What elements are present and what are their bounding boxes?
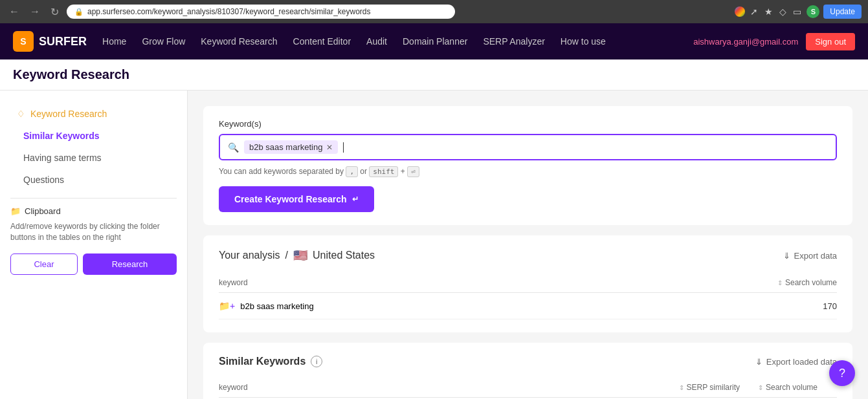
cursor <box>343 142 344 153</box>
nav-content-editor[interactable]: Content Editor <box>293 36 351 47</box>
extensions-button[interactable]: ◇ <box>778 5 788 18</box>
export-loaded-button[interactable]: ⇓ Export loaded data <box>755 357 837 367</box>
url-text: app.surferseo.com/keyword_analysis/81030… <box>87 7 371 16</box>
address-bar[interactable]: 🔒 app.surferseo.com/keyword_analysis/810… <box>67 5 455 19</box>
nav-keyword-research[interactable]: Keyword Research <box>201 36 277 47</box>
serp-col-header: ⇕ SERP similarity <box>636 383 740 392</box>
user-avatar: S <box>807 5 819 18</box>
actions-col-header <box>818 383 837 392</box>
similar-keywords-header: Similar Keywords i ⇓ Export loaded data <box>219 356 837 367</box>
sidebar-questions-label: Questions <box>23 175 64 185</box>
main-content: Keyword(s) 🔍 b2b saas marketing ✕ You ca… <box>188 91 868 399</box>
sidebar-having-same-terms-label: Having same terms <box>23 153 102 163</box>
sidebar-item-having-same-terms[interactable]: Having same terms <box>10 147 177 168</box>
nav-serp-analyzer[interactable]: SERP Analyzer <box>483 36 544 47</box>
clipboard-section: 📁 Clipboard Add/remove keywords by click… <box>10 206 177 275</box>
comma-key: , <box>346 166 358 177</box>
google-icon <box>735 6 745 17</box>
clipboard-desc: Add/remove keywords by clicking the fold… <box>10 221 177 243</box>
vol-sort-icon[interactable]: ⇕ <box>758 384 763 391</box>
layout: ♢ Keyword Research Similar Keywords Havi… <box>0 91 868 399</box>
share-button[interactable]: ➚ <box>749 5 759 18</box>
keyword-col-header: keyword <box>219 383 636 392</box>
hint-text: You can add keywords separated by , or s… <box>219 167 837 176</box>
app-header: S SURFER Home Grow Flow Keyword Research… <box>0 23 868 59</box>
analysis-title-prefix: Your analysis <box>219 250 280 261</box>
add-folder-icon[interactable]: 📁+ <box>219 301 235 311</box>
enter-icon: ↵ <box>352 195 359 204</box>
volume-cell: 170 <box>759 301 837 311</box>
sidebar-item-similar-keywords[interactable]: Similar Keywords <box>10 125 177 146</box>
separator: / <box>285 250 288 261</box>
nav-audit[interactable]: Audit <box>366 36 387 47</box>
refresh-button[interactable]: ↻ <box>48 3 61 21</box>
analysis-title: Your analysis / 🇺🇸 United States <box>219 248 375 263</box>
logo-icon: S <box>13 31 34 52</box>
export-label: Export data <box>794 251 838 261</box>
keyword-input-wrapper[interactable]: 🔍 b2b saas marketing ✕ <box>219 134 837 160</box>
similar-keywords-title: Similar Keywords <box>219 356 306 367</box>
analysis-card: Your analysis / 🇺🇸 United States ⇓ Expor… <box>203 235 852 332</box>
search-icon: 🔍 <box>228 142 239 153</box>
logo: S SURFER <box>13 31 87 52</box>
clipboard-title: 📁 Clipboard <box>10 206 177 216</box>
help-button[interactable]: ? <box>829 360 855 386</box>
export-data-button[interactable]: ⇓ Export data <box>783 251 838 261</box>
browser-actions: ➚ ★ ◇ ▭ S Update <box>735 5 862 19</box>
serp-sort-icon[interactable]: ⇕ <box>679 384 684 391</box>
analysis-section-header: Your analysis / 🇺🇸 United States ⇓ Expor… <box>219 248 837 263</box>
nav-grow-flow[interactable]: Grow Flow <box>142 36 185 47</box>
keyword-value: b2b saas marketing <box>240 301 313 311</box>
create-keyword-research-button[interactable]: Create Keyword Research ↵ <box>219 186 374 212</box>
page-title: Keyword Research <box>13 67 129 82</box>
us-flag-icon: 🇺🇸 <box>293 248 307 263</box>
country-name: United States <box>313 250 375 261</box>
enter-key: ⏎ <box>407 166 419 177</box>
forward-button[interactable]: → <box>27 3 43 20</box>
research-button[interactable]: Research <box>83 253 177 275</box>
nav-how-to-use[interactable]: How to use <box>561 36 606 47</box>
sidebar-divider <box>10 198 177 199</box>
page-title-bar: Keyword Research <box>0 59 868 91</box>
keyword-cell: 📁+ b2b saas marketing <box>219 301 759 311</box>
update-button[interactable]: Update <box>823 5 862 19</box>
keyword-tag: b2b saas marketing ✕ <box>244 140 338 154</box>
search-label: Keyword(s) <box>219 119 837 129</box>
folder-icon: 📁 <box>10 206 21 216</box>
sidebar: ♢ Keyword Research Similar Keywords Havi… <box>0 91 188 399</box>
clear-button[interactable]: Clear <box>10 253 78 275</box>
sign-out-button[interactable]: Sign out <box>806 33 855 50</box>
table-row: 📁+ b2b saas marketing 170 <box>219 293 837 319</box>
create-btn-label: Create Keyword Research <box>234 194 347 204</box>
nav-domain-planner[interactable]: Domain Planner <box>403 36 467 47</box>
browser-chrome: ← → ↻ 🔒 app.surferseo.com/keyword_analys… <box>0 0 868 23</box>
analysis-table-header: keyword ⇕ Search volume <box>219 273 837 293</box>
similar-keywords-card: Similar Keywords i ⇓ Export loaded data … <box>203 343 852 399</box>
help-icon: ? <box>839 367 845 380</box>
sort-icon[interactable]: ⇕ <box>777 279 783 286</box>
sim-volume-col-header: ⇕ Search volume <box>740 383 818 392</box>
shift-key: shift <box>369 166 398 177</box>
export-loaded-label: Export loaded data <box>766 357 837 367</box>
sidebar-item-keyword-research[interactable]: ♢ Keyword Research <box>10 103 177 124</box>
sidebar-buttons: Clear Research <box>10 253 177 275</box>
info-icon[interactable]: i <box>311 356 322 367</box>
bookmark-button[interactable]: ★ <box>763 5 774 18</box>
sidebar-item-questions[interactable]: Questions <box>10 169 177 190</box>
sidebar-keyword-research-label: Keyword Research <box>30 109 107 119</box>
download-icon: ⇓ <box>783 251 790 261</box>
download-icon-2: ⇓ <box>755 357 762 367</box>
lock-icon: 🔒 <box>74 8 83 16</box>
similar-keywords-table-header: keyword ⇕ SERP similarity ⇕ Search volum… <box>219 378 837 398</box>
header-right: aishwarya.ganji@gmail.com Sign out <box>693 33 855 50</box>
back-button[interactable]: ← <box>6 3 22 20</box>
sidebar-similar-keywords-label: Similar Keywords <box>23 131 100 141</box>
nav-home[interactable]: Home <box>102 36 126 47</box>
diamond-icon: ♢ <box>17 109 25 119</box>
search-card: Keyword(s) 🔍 b2b saas marketing ✕ You ca… <box>203 106 852 225</box>
fullscreen-button[interactable]: ▭ <box>792 5 803 18</box>
user-email: aishwarya.ganji@gmail.com <box>693 37 798 47</box>
volume-column-header: ⇕ Search volume <box>759 278 837 287</box>
keyword-tag-text: b2b saas marketing <box>249 142 322 152</box>
tag-close-icon[interactable]: ✕ <box>326 143 333 152</box>
